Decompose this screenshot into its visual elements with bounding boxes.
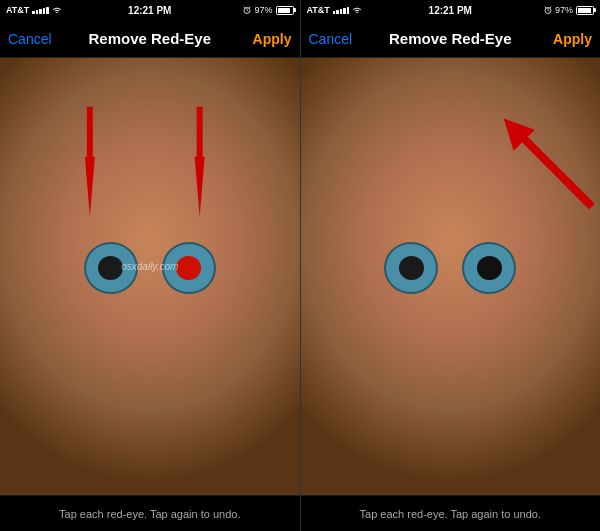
wifi-icon-right <box>352 6 362 14</box>
instruction-text-right: Tap each red-eye. Tap again to undo. <box>360 508 541 520</box>
status-right-left: 97% <box>243 5 293 15</box>
instruction-bar-left: Tap each red-eye. Tap again to undo. <box>0 495 300 531</box>
pupil-right-before <box>176 256 201 280</box>
status-left-right: AT&T <box>307 5 363 15</box>
instruction-text-left: Tap each red-eye. Tap again to undo. <box>59 508 240 520</box>
time-right: 12:21 PM <box>429 5 472 16</box>
before-panel: AT&T 12:21 PM <box>0 0 301 531</box>
cancel-button-right[interactable]: Cancel <box>309 31 353 47</box>
status-left-left: AT&T <box>6 5 62 15</box>
wifi-icon-left <box>52 6 62 14</box>
nav-bar-left: Cancel Remove Red-Eye Apply <box>0 20 300 58</box>
alarm-icon-right <box>544 6 552 14</box>
battery-icon-left <box>276 6 294 15</box>
battery-percent-right: 97% <box>555 5 573 15</box>
carrier-label-left: AT&T <box>6 5 29 15</box>
pupil-left-after <box>399 256 424 280</box>
nav-title-left: Remove Red-Eye <box>88 30 211 47</box>
alarm-icon-left <box>243 6 251 14</box>
eye-right-after[interactable] <box>462 242 516 294</box>
apply-button-left[interactable]: Apply <box>253 31 292 47</box>
photo-area-right[interactable] <box>301 58 601 495</box>
eye-right-before[interactable] <box>162 242 216 294</box>
carrier-label-right: AT&T <box>307 5 330 15</box>
eye-left-before[interactable] <box>84 242 138 294</box>
time-left: 12:21 PM <box>128 5 171 16</box>
nav-bar-right: Cancel Remove Red-Eye Apply <box>301 20 601 58</box>
face-bg-right <box>301 58 601 495</box>
face-bg-left <box>0 58 300 495</box>
instruction-bar-right: Tap each red-eye. Tap again to undo. <box>301 495 601 531</box>
main-panels: AT&T 12:21 PM <box>0 0 600 531</box>
status-bar-right: AT&T 12:21 PM <box>301 0 601 20</box>
cancel-button-left[interactable]: Cancel <box>8 31 52 47</box>
signal-left <box>32 7 49 14</box>
battery-percent-left: 97% <box>254 5 272 15</box>
after-panel: AT&T 12:21 PM <box>301 0 601 531</box>
signal-right <box>333 7 350 14</box>
battery-icon-right <box>576 6 594 15</box>
status-right-right: 97% <box>544 5 594 15</box>
pupil-left-before <box>98 256 123 280</box>
nav-title-right: Remove Red-Eye <box>389 30 512 47</box>
pupil-right-after <box>477 256 502 280</box>
status-bar-left: AT&T 12:21 PM <box>0 0 300 20</box>
eye-left-after[interactable] <box>384 242 438 294</box>
photo-area-left[interactable] <box>0 58 300 495</box>
apply-button-right[interactable]: Apply <box>553 31 592 47</box>
